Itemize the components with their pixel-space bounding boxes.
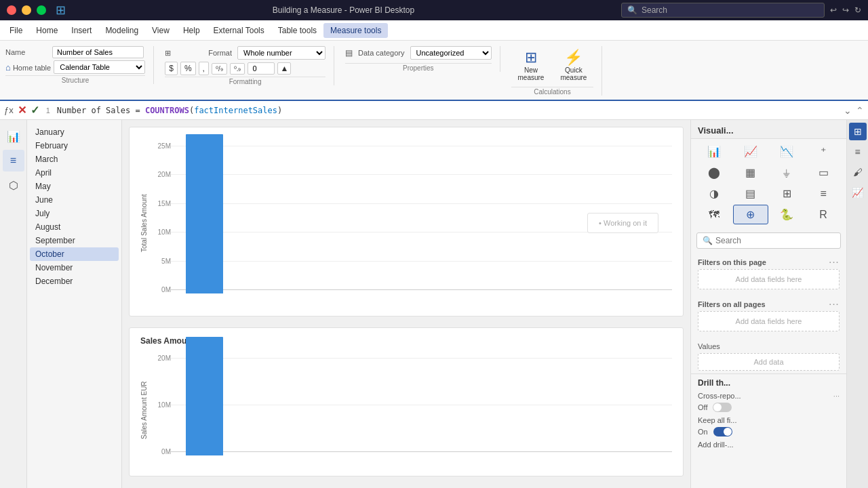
month-october[interactable]: October [30, 247, 119, 261]
add-data-values-label: Add data [753, 358, 783, 366]
search-box[interactable]: 🔍 [696, 232, 841, 249]
maximize-button[interactable] [37, 5, 46, 15]
number-format-row: $ % , ⁰/₉ ⁰.₉ ▲ [165, 62, 326, 75]
data-category-select[interactable]: Uncategorized [410, 46, 492, 60]
menu-measure-tools[interactable]: Measure tools [323, 23, 388, 38]
viz-map[interactable]: 🗺 [696, 205, 732, 224]
titlebar-search-box[interactable]: 🔍 Search [621, 3, 825, 18]
viz-line-chart[interactable]: 📈 [733, 142, 768, 161]
right-panel: Visuali... 📊 📈 📉 ⁺ ⬤ ▦ ⏚ ▭ ◑ ▤ ⊞ ≡ 🗺 ⊕ 🐍… [690, 120, 846, 488]
increase-decimal-btn[interactable]: ⁰.₉ [230, 63, 245, 75]
format-spin-up[interactable]: ▲ [277, 62, 291, 75]
viz-card[interactable]: ▭ [806, 163, 841, 182]
new-measure-label: New measure [518, 66, 545, 81]
chart2-body: 20M 10M 0M [152, 351, 672, 469]
viz-slicer[interactable]: ≡ [806, 184, 841, 203]
filters-page-dots[interactable]: ··· [829, 258, 840, 266]
number-format-input[interactable] [248, 62, 275, 75]
month-september[interactable]: September [30, 234, 119, 247]
visualizations-title: Visuali... [698, 125, 734, 136]
comma-btn[interactable]: , [199, 62, 209, 75]
month-march[interactable]: March [30, 152, 119, 166]
decrease-decimal-btn[interactable]: ⁰/₉ [212, 63, 227, 75]
month-august[interactable]: August [30, 220, 119, 234]
name-input[interactable] [52, 46, 144, 58]
viz-matrix[interactable]: ⊞ [770, 184, 805, 203]
viz-pie[interactable]: ⬤ [696, 163, 732, 182]
month-june[interactable]: June [30, 193, 119, 207]
formula-confirm-btn[interactable]: ✓ [31, 104, 39, 117]
viz-funnel[interactable]: ⏚ [770, 163, 805, 182]
chart1-y-25m: 25M [152, 142, 171, 150]
month-july[interactable]: July [30, 207, 119, 220]
model-view-btn[interactable]: ⬡ [3, 174, 24, 196]
quick-measure-btn[interactable]: ⚡ Quick measure [553, 46, 593, 84]
formula-expand-btn[interactable]: ⌄ [844, 105, 852, 116]
search-input[interactable] [715, 236, 835, 245]
viz-area-chart[interactable]: 📉 [770, 142, 805, 161]
add-data-page-label: Add data fields here [736, 275, 802, 283]
menu-bar: File Home Insert Modeling View Help Exte… [0, 20, 868, 41]
chart1-y-axis-label: Total Sales Amount [140, 136, 148, 310]
month-april[interactable]: April [30, 166, 119, 180]
dollar-btn[interactable]: $ [165, 62, 178, 75]
viz-gauge[interactable]: ◑ [696, 184, 732, 203]
viz-bar-chart[interactable]: 📊 [696, 142, 732, 161]
month-december[interactable]: December [30, 274, 119, 288]
minimize-button[interactable] [22, 5, 31, 15]
cross-report-toggle[interactable] [713, 403, 732, 412]
viz-r[interactable]: R [806, 205, 841, 224]
analytics-panel-btn[interactable]: 📈 [849, 184, 867, 201]
menu-file[interactable]: File [3, 23, 29, 38]
search-icon: 🔍 [627, 5, 637, 15]
canvas-area: Total Sales Amount 25M 20M 15M [122, 120, 690, 488]
filters-on-page-drop-zone: Add data fields here [698, 269, 840, 289]
refresh-icon[interactable]: ↻ [854, 5, 861, 15]
titlebar-search-label: Search [642, 5, 667, 15]
viz-treemap[interactable]: ▦ [733, 163, 768, 182]
format-select[interactable]: Whole number [237, 46, 326, 60]
menu-home[interactable]: Home [29, 23, 64, 38]
undo-icon[interactable]: ↩ [830, 5, 837, 15]
format-label: Format [208, 49, 232, 57]
report-view-btn[interactable]: 📊 [3, 125, 24, 147]
menu-view[interactable]: View [145, 23, 176, 38]
dots-cross-report[interactable]: ··· [833, 392, 840, 400]
home-table-label: ⌂ Home table [5, 62, 51, 73]
format-panel-btn[interactable]: 🖌 [849, 163, 867, 181]
add-data-all-label: Add data fields here [736, 317, 802, 325]
formula-collapse-btn[interactable]: ⌃ [856, 105, 864, 116]
keep-all-toggle[interactable] [713, 427, 732, 436]
viz-scatter[interactable]: ⁺ [806, 142, 841, 161]
menu-help[interactable]: Help [176, 23, 207, 38]
viz-panel-btn[interactable]: ⊞ [849, 123, 867, 140]
cross-report-knob [713, 403, 722, 411]
cross-report-label: Cross-repo... [698, 392, 741, 400]
month-may[interactable]: May [30, 180, 119, 193]
new-measure-btn[interactable]: ⊞ New measure [511, 46, 551, 84]
menu-modeling[interactable]: Modeling [98, 23, 145, 38]
month-february[interactable]: February [30, 139, 119, 152]
formula-row-number: 1 [46, 106, 50, 115]
viz-table[interactable]: ▤ [733, 184, 768, 203]
chart1-body: 25M 20M 15M 10M [152, 136, 672, 310]
percent-btn[interactable]: % [180, 62, 196, 75]
close-button[interactable] [7, 5, 16, 15]
viz-python[interactable]: 🐍 [770, 205, 805, 224]
menu-insert[interactable]: Insert [64, 23, 98, 38]
redo-icon[interactable]: ↪ [842, 5, 849, 15]
fields-panel-btn[interactable]: ≡ [849, 143, 867, 161]
add-drill-label: Add drill-... [698, 441, 840, 449]
menu-table-tools[interactable]: Table tools [271, 23, 323, 38]
menu-external-tools[interactable]: External Tools [207, 23, 271, 38]
viz-custom[interactable]: ⊕ [733, 205, 768, 224]
home-table-select[interactable]: Calendar Table [54, 60, 145, 74]
month-november[interactable]: November [30, 261, 119, 274]
off-toggle-row: Off [698, 403, 840, 412]
formula-cancel-btn[interactable]: ✕ [18, 104, 26, 117]
filters-all-dots[interactable]: ··· [829, 300, 840, 308]
month-january[interactable]: January [30, 125, 119, 139]
data-view-btn[interactable]: ≡ [3, 150, 24, 171]
filters-on-page-label: Filters on this page [698, 258, 766, 266]
ribbon-structure-group: Name ⌂ Home table Calendar Table Structu… [5, 46, 154, 84]
